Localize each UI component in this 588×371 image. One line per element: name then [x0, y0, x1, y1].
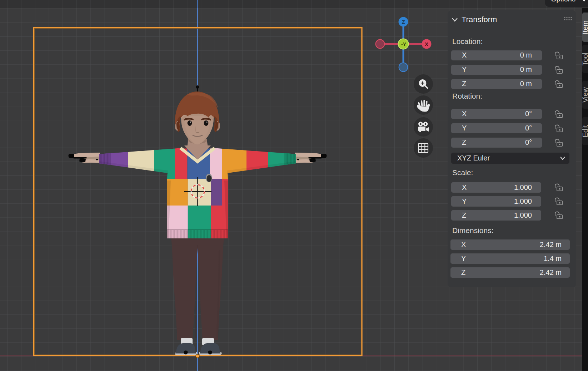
svg-text:-Y: -Y — [401, 41, 407, 47]
svg-text:X: X — [425, 41, 428, 47]
svg-text:Z: Z — [402, 19, 405, 25]
